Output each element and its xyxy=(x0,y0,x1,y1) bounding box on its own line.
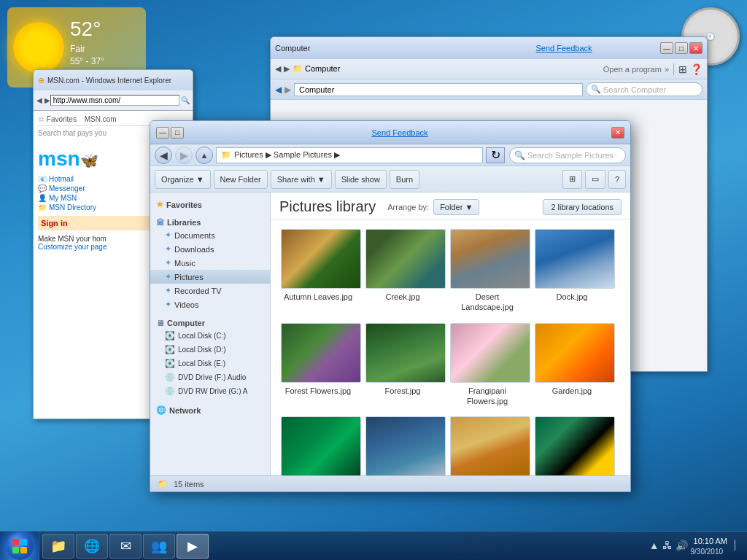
image-label: Creek.jpg xyxy=(365,292,440,302)
burn-btn[interactable]: Burn xyxy=(390,170,419,189)
image-item[interactable]: Autumn Leaves.jpg xyxy=(278,226,358,316)
computer-close-btn[interactable]: ✕ xyxy=(689,42,703,54)
tray-clock[interactable]: 10:10 AM 9/30/2010 xyxy=(691,536,730,555)
nav-pictures[interactable]: ✦ Pictures xyxy=(150,270,270,284)
library-title: Pictures library xyxy=(279,198,376,215)
image-item[interactable]: Desert Landscape.jpg xyxy=(447,226,527,316)
tray-network-icon[interactable]: 🖧 xyxy=(662,540,673,551)
image-thumbnail xyxy=(281,323,361,383)
nav-local-disk-c[interactable]: 💽 Local Disk (C:) xyxy=(150,329,270,343)
nav-downloads[interactable]: ✦ Downloads xyxy=(150,242,270,256)
image-item[interactable]: Frangipani Flowers.jpg xyxy=(447,320,527,410)
image-label: Desert Landscape.jpg xyxy=(450,292,525,313)
image-label: Dock.jpg xyxy=(535,292,609,302)
drive-d-icon: 💽 xyxy=(165,345,175,354)
favorites-section[interactable]: ★ Favorites xyxy=(150,197,270,211)
image-thumbnail xyxy=(535,323,615,383)
nav-recorded-tv[interactable]: ✦ Recorded TV xyxy=(150,284,270,298)
pictures-close-btn[interactable]: ✕ xyxy=(611,127,624,139)
help-btn[interactable]: ? xyxy=(608,170,626,189)
organize-btn[interactable]: Organize ▼ xyxy=(155,170,211,189)
arrange-by-btn[interactable]: Folder ▼ xyxy=(433,199,479,215)
computer-maximize-btn[interactable]: □ xyxy=(675,42,688,54)
computer-search-icon: 🔍 xyxy=(591,85,601,94)
image-thumbnail xyxy=(365,229,446,289)
nav-local-disk-e[interactable]: 💽 Local Disk (E:) xyxy=(150,357,270,370)
computer-back-btn[interactable]: ◀ xyxy=(275,85,282,95)
image-label: Garden.jpg xyxy=(535,386,609,396)
weather-temperature: 52° xyxy=(70,15,127,43)
taskbar-explorer-btn[interactable]: 📁 xyxy=(42,534,74,559)
taskbar-media-btn[interactable]: ▶ xyxy=(177,534,209,559)
image-thumbnail xyxy=(450,323,530,383)
computer-address-bar: ◀ ▶ Computer 🔍 Search Computer xyxy=(271,79,707,100)
image-thumbnail xyxy=(281,416,361,476)
back-btn[interactable]: ◀ xyxy=(155,147,172,164)
start-button[interactable] xyxy=(0,532,39,561)
drive-c-icon: 💽 xyxy=(165,331,175,341)
nav-documents[interactable]: ✦ Documents xyxy=(150,228,270,242)
libraries-section[interactable]: 🏛 Libraries xyxy=(150,215,270,228)
network-section[interactable]: 🌐 Network xyxy=(150,402,270,416)
ie-favorites-label: ☆ Favorites xyxy=(38,115,77,123)
computer-search-input[interactable]: 🔍 Search Computer xyxy=(586,82,703,96)
image-item[interactable]: Dock.jpg xyxy=(532,226,612,316)
show-desktop-btn[interactable]: ▏ xyxy=(735,540,741,551)
nav-videos[interactable]: ✦ Videos xyxy=(150,298,270,311)
computer-title: Computer xyxy=(275,44,468,52)
ie-url-input[interactable] xyxy=(50,95,179,106)
nav-dvd-f[interactable]: 💿 DVD Drive (F:) Audio xyxy=(150,370,270,384)
pictures-send-feedback[interactable]: Send Feedback xyxy=(188,128,611,137)
taskbar-ie-btn[interactable]: 🌐 xyxy=(76,534,108,559)
up-btn[interactable]: ▲ xyxy=(196,147,213,164)
ie-title: MSN.com - Windows Internet Explorer xyxy=(47,77,171,85)
refresh-btn[interactable]: ↻ xyxy=(486,147,505,163)
taskbar-messenger-btn[interactable]: 👥 xyxy=(143,534,175,559)
arrange-label: Arrange by: xyxy=(387,203,429,211)
new-folder-btn[interactable]: New Folder xyxy=(214,170,268,189)
share-with-btn[interactable]: Share with ▼ xyxy=(271,170,332,189)
computer-minimize-btn[interactable]: — xyxy=(660,42,673,54)
pictures-minimize-btn[interactable]: — xyxy=(156,127,169,139)
image-item[interactable]: Forest.jpg xyxy=(363,320,443,410)
image-item[interactable]: Creek.jpg xyxy=(363,226,443,316)
svg-rect-1 xyxy=(20,539,27,545)
nav-dvd-g[interactable]: 💿 DVD RW Drive (G:) A xyxy=(150,384,270,398)
computer-nav-icon: 🖥 xyxy=(156,319,164,327)
view-btn[interactable]: ⊞ xyxy=(562,170,582,189)
main-area: ★ Favorites 🏛 Libraries ✦ Documents ✦ Do… xyxy=(150,192,630,491)
nav-local-disk-d[interactable]: 💽 Local Disk (D:) xyxy=(150,343,270,357)
taskbar-tray: ▲ 🖧 🔊 10:10 AM 9/30/2010 ▏ xyxy=(643,536,747,555)
dvd-f-icon: 💿 xyxy=(165,373,175,382)
weather-sun-icon xyxy=(13,22,64,73)
image-thumbnail xyxy=(535,229,615,289)
taskbar-mail-btn[interactable]: ✉ xyxy=(109,534,142,559)
taskbar-items: 📁 🌐 ✉ 👥 ▶ xyxy=(39,534,643,559)
dvd-g-icon: 💿 xyxy=(165,386,175,396)
weather-condition: Fair xyxy=(70,43,127,55)
forward-btn[interactable]: ▶ xyxy=(175,147,193,164)
tray-arrow-icon[interactable]: ▲ xyxy=(649,540,659,551)
pictures-titlebar: — □ Send Feedback ✕ xyxy=(150,121,630,144)
computer-section[interactable]: 🖥 Computer xyxy=(150,316,270,329)
pictures-maximize-btn[interactable]: □ xyxy=(171,127,184,139)
svg-rect-0 xyxy=(12,539,19,545)
pictures-address-bar: ◀ ▶ ▲ 📁 Pictures ▶ Sample Pictures ▶ ↻ 🔍… xyxy=(150,144,630,166)
start-orb xyxy=(6,532,34,560)
svg-rect-2 xyxy=(12,547,19,553)
share-dropdown-icon: ▼ xyxy=(317,175,325,184)
weather-range: 55° - 37° xyxy=(70,55,127,68)
nav-pane: ★ Favorites 🏛 Libraries ✦ Documents ✦ Do… xyxy=(150,192,271,491)
image-item[interactable]: Garden.jpg xyxy=(532,320,612,410)
computer-send-feedback[interactable]: Send Feedback xyxy=(468,44,660,52)
slide-show-btn[interactable]: Slide show xyxy=(335,170,387,189)
library-locations-btn[interactable]: 2 library locations xyxy=(543,199,622,215)
search-input[interactable]: 🔍 Search Sample Pictures xyxy=(509,147,626,163)
image-label: Autumn Leaves.jpg xyxy=(281,292,355,302)
image-item[interactable]: Forest Flowers.jpg xyxy=(278,320,358,410)
music-icon: ✦ xyxy=(165,258,171,268)
nav-music[interactable]: ✦ Music xyxy=(150,256,270,270)
view-pane-btn[interactable]: ▭ xyxy=(585,170,605,189)
clock-date: 9/30/2010 xyxy=(691,548,730,556)
tray-volume-icon[interactable]: 🔊 xyxy=(676,540,688,551)
